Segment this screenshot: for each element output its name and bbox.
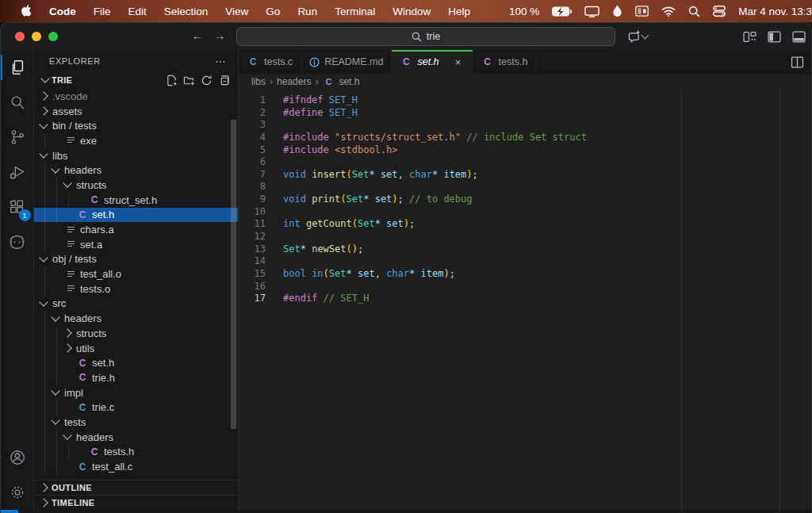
accounts-icon[interactable] [1,440,34,475]
tree-file-struct-set.h[interactable]: Cstruct_set.h [34,193,238,208]
tree-file-test-all.o[interactable]: test_all.o [34,266,238,281]
tree-file-set.h[interactable]: Cset.h [34,355,238,370]
close-window-button[interactable] [15,32,25,41]
flame-icon[interactable] [612,5,622,17]
code-line-15[interactable]: 15bool in(Set* set, char* item); [239,268,811,281]
menu-item[interactable]: Go [257,6,289,17]
tab-set.h[interactable]: Cset.h× [392,50,473,74]
tree-folder-obj-tests[interactable]: obj / tests [34,252,238,267]
copilot-icon[interactable] [1,224,34,259]
tree-file-tests.o[interactable]: tests.o [34,281,238,297]
source-control-icon[interactable] [1,120,34,155]
code-line-17[interactable]: 17#endif // SET_H [239,293,811,305]
code-line-4[interactable]: 4#include "structs/struct_set.h" // incl… [239,132,811,144]
code-line-5[interactable]: 5#include <stdbool.h> [239,144,811,157]
tree-folder-assets[interactable]: assets [34,104,238,119]
code-line-6[interactable]: 6 [239,156,811,169]
tree-file-set.a[interactable]: set.a [34,237,238,252]
menu-item[interactable]: Edit [120,6,155,17]
tree-folder-tests[interactable]: tests [34,415,238,430]
menu-item[interactable]: Selection [155,6,217,17]
tree-file-chars.a[interactable]: chars.a [34,222,238,237]
tab-readme.md[interactable]: README.md [301,50,392,74]
command-center-search[interactable]: trie [236,27,615,46]
tree-file-trie.c[interactable]: Ctrie.c [34,400,238,415]
spotlight-search-icon[interactable] [688,6,700,17]
remote-indicator[interactable] [1,510,18,513]
split-editor-icon[interactable] [791,50,804,74]
code-line-7[interactable]: 7void insert(Set* set, char* item); [239,169,811,182]
code-line-14[interactable]: 14 [239,255,811,268]
tree-folder-bin-tests[interactable]: bin / tests [34,118,238,133]
code-line-8[interactable]: 8 [239,181,811,193]
more-actions-icon[interactable]: ⋯ [215,55,227,67]
tree-folder-libs[interactable]: libs [34,148,238,163]
new-file-icon[interactable] [166,75,178,86]
tree-file-trie.h[interactable]: Ctrie.h [34,370,238,385]
menu-item[interactable]: Window [384,6,439,17]
tree-file-tests.h[interactable]: Ctests.h [34,445,238,460]
explorer-activity-icon[interactable] [1,50,34,85]
copilot-chat-button[interactable] [627,23,648,50]
menu-item[interactable]: Run [289,6,326,17]
code-line-11[interactable]: 11int getCount(Set* set); [239,218,811,231]
code-line-12[interactable]: 12 [239,231,811,243]
tree-folder-headers[interactable]: headers [34,163,238,178]
menu-item[interactable]: Terminal [326,6,384,17]
sidebar-scrollbar[interactable] [231,120,236,429]
menu-clock[interactable]: Mar 4 nov. 13:3 [738,6,812,17]
menu-item[interactable]: View [216,6,257,17]
breadcrumb[interactable]: libs›headers›Cset.h [239,74,811,90]
tree-folder-headers[interactable]: headers [34,430,238,445]
outline-section[interactable]: OUTLINE [34,480,238,495]
tree-folder-src[interactable]: src [34,297,238,312]
navigate-back-icon[interactable]: ← [190,29,205,42]
search-activity-icon[interactable] [1,85,34,120]
code-line-3[interactable]: 3 [239,119,811,132]
apple-menu-icon[interactable] [11,3,40,19]
menu-item[interactable]: Help [439,6,479,17]
tree-folder-.vscode[interactable]: .vscode [34,89,238,104]
code-editor[interactable]: 1#ifndef SET_H2#define SET_H34#include "… [239,90,811,510]
collapse-all-icon[interactable] [218,75,230,86]
navigate-forward-icon[interactable]: → [212,29,228,42]
breadcrumb-item[interactable]: libs [251,76,266,87]
tree-file-exe[interactable]: exe [34,133,238,148]
tree-folder-utils[interactable]: utils [34,341,238,356]
toggle-sidebar-icon[interactable] [768,30,781,44]
tree-folder-headers[interactable]: headers [34,311,238,326]
breadcrumb-file[interactable]: set.h [339,76,359,87]
code-line-13[interactable]: 13Set* newSet(); [239,243,811,256]
breadcrumb-item[interactable]: headers [277,76,311,87]
tree-file-set.h[interactable]: Cset.h [34,208,238,223]
code-line-10[interactable]: 10 [239,206,811,219]
tree-folder-impl[interactable]: impl [34,385,238,400]
input-source-icon[interactable] [635,6,649,17]
code-line-16[interactable]: 16 [239,281,811,293]
menu-item[interactable]: File [85,6,120,17]
settings-gear-icon[interactable] [1,475,34,510]
refresh-icon[interactable] [201,75,213,86]
timeline-section[interactable]: TIMELINE [34,495,238,510]
tab-tests.h[interactable]: Ctests.h [473,50,537,74]
display-icon[interactable] [584,6,599,17]
extensions-icon[interactable]: 1 [1,190,34,224]
control-center-icon[interactable] [713,6,726,17]
close-tab-icon[interactable]: × [452,56,465,68]
tab-tests.c[interactable]: Ctests.c [239,50,301,74]
toggle-panel-icon[interactable] [792,30,806,44]
menu-app-name[interactable]: Code [40,6,85,17]
run-debug-icon[interactable] [1,155,34,190]
tree-folder-structs[interactable]: structs [34,326,238,341]
wifi-icon[interactable] [661,6,676,17]
minimize-window-button[interactable] [32,32,41,41]
customize-layout-icon[interactable] [743,30,756,44]
tree-folder-structs[interactable]: structs [34,178,238,193]
tree-file-test-all.c[interactable]: Ctest_all.c [34,459,238,474]
new-folder-icon[interactable] [183,75,195,86]
maximize-window-button[interactable] [48,32,58,41]
project-section-header[interactable]: TRIE [34,71,238,89]
code-line-1[interactable]: 1#ifndef SET_H [239,94,811,107]
battery-charging-icon[interactable] [552,6,572,17]
code-line-2[interactable]: 2#define SET_H [239,107,811,120]
